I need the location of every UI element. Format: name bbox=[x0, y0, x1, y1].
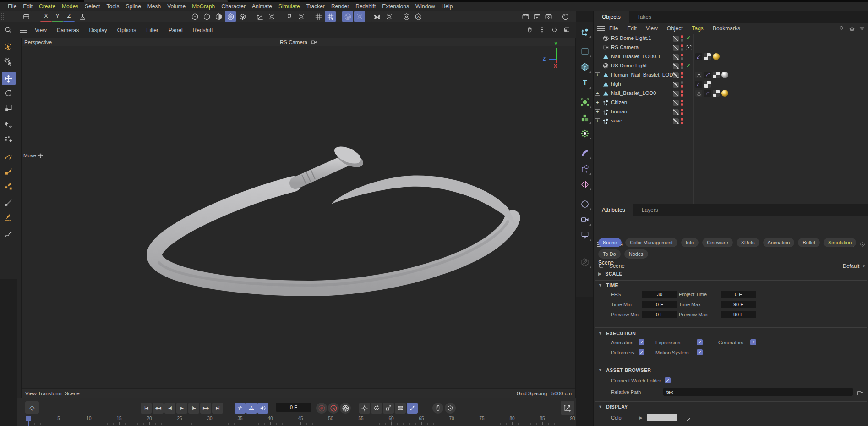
viewport-menu-item[interactable]: Panel bbox=[164, 27, 188, 33]
om-filter-icon[interactable] bbox=[859, 25, 865, 32]
visibility-editor-dot[interactable] bbox=[681, 35, 683, 38]
attribute-tab-chip[interactable]: To Do bbox=[598, 249, 621, 259]
animation-hud-button[interactable] bbox=[432, 403, 443, 414]
chevron-right-icon[interactable]: ▶ bbox=[639, 415, 643, 420]
visibility-render-dot[interactable] bbox=[681, 112, 683, 115]
visibility-render-dot[interactable] bbox=[681, 103, 683, 106]
edit-toggle-icon[interactable] bbox=[673, 36, 679, 42]
field-value[interactable]: 0 F bbox=[642, 301, 677, 308]
next-key-button[interactable]: ▶◆ bbox=[200, 403, 211, 414]
tab-objects[interactable]: Objects bbox=[594, 11, 629, 23]
record-scale-button[interactable] bbox=[383, 403, 394, 414]
object-row[interactable]: RS Dome Light.1 ✓ bbox=[594, 34, 868, 43]
edit-toggle-icon[interactable] bbox=[673, 63, 679, 69]
phong-tag-icon[interactable] bbox=[704, 72, 711, 78]
menu-item[interactable]: Tools bbox=[103, 3, 122, 10]
viewport-camera-label[interactable]: RS Camera bbox=[280, 39, 317, 45]
enabled-check-icon[interactable]: ✓ bbox=[686, 35, 691, 41]
axis-lock-button[interactable]: Z bbox=[63, 11, 75, 22]
section-scale[interactable]: ▶ SCALE bbox=[598, 271, 622, 277]
checkbox[interactable]: ✓ bbox=[639, 339, 644, 345]
menu-item[interactable]: Simulate bbox=[275, 3, 303, 10]
attr-focus-icon[interactable] bbox=[859, 241, 866, 248]
move-tool-button[interactable] bbox=[2, 72, 16, 85]
visibility-editor-dot[interactable] bbox=[681, 81, 683, 84]
object-name[interactable]: human bbox=[611, 109, 627, 114]
toolbar-grip[interactable] bbox=[1, 13, 5, 21]
sound-button[interactable] bbox=[257, 403, 268, 414]
viewport-menu-item[interactable]: Cameras bbox=[52, 27, 84, 33]
polygons-mode-button[interactable] bbox=[213, 11, 224, 22]
playback-rate-button[interactable] bbox=[445, 403, 456, 414]
coordinate-system-button[interactable] bbox=[254, 11, 265, 22]
visibility-render-dot[interactable] bbox=[681, 66, 683, 69]
attribute-tab-chip[interactable]: Simulation bbox=[824, 238, 856, 247]
viewport-canvas[interactable]: Perspective RS Camera Move Y Z X bbox=[21, 38, 576, 398]
maximize-view-icon[interactable] bbox=[562, 25, 571, 34]
modeling-symmetry-settings-button[interactable] bbox=[383, 11, 394, 22]
add-stage-button[interactable] bbox=[578, 228, 592, 242]
visibility-render-dot[interactable] bbox=[681, 122, 683, 124]
texture-mode-button[interactable] bbox=[237, 11, 248, 22]
add-text-button[interactable] bbox=[578, 76, 592, 89]
material-tag-gold-icon[interactable] bbox=[713, 53, 720, 60]
transfer-tool-button[interactable] bbox=[2, 118, 16, 132]
checkbox[interactable]: ✓ bbox=[639, 349, 644, 355]
edit-toggle-icon[interactable] bbox=[673, 118, 679, 124]
attribute-tab-chip[interactable]: Bullet bbox=[798, 238, 820, 247]
axis-lock-button[interactable]: X bbox=[40, 11, 52, 22]
add-camera-button[interactable] bbox=[578, 213, 592, 227]
spline-pen-button[interactable] bbox=[2, 149, 16, 163]
om-search-icon[interactable] bbox=[839, 25, 845, 32]
edges-mode-button[interactable] bbox=[201, 11, 212, 22]
section-display[interactable]: ▼ DISPLAY bbox=[598, 404, 628, 409]
eyedropper-icon[interactable] bbox=[684, 415, 690, 421]
pan-view-icon[interactable] bbox=[525, 25, 534, 34]
object-name[interactable]: Human_Nail_Braslet_LOD0 bbox=[611, 72, 676, 77]
record-parameter-button[interactable] bbox=[395, 403, 406, 414]
visibility-render-dot[interactable] bbox=[681, 48, 683, 51]
tab-takes[interactable]: Takes bbox=[629, 11, 660, 23]
object-name[interactable]: high bbox=[611, 81, 621, 87]
attribute-tab-chip[interactable]: Animation bbox=[763, 238, 795, 247]
phong-tag-icon[interactable] bbox=[704, 90, 711, 97]
keyframe-settings-button[interactable] bbox=[340, 403, 351, 414]
menu-item[interactable]: Window bbox=[412, 3, 438, 10]
add-array-button[interactable] bbox=[578, 111, 592, 125]
auto-mode-button[interactable] bbox=[413, 11, 424, 22]
edit-toggle-icon[interactable] bbox=[673, 54, 679, 60]
quantize-lock-button[interactable] bbox=[325, 11, 336, 22]
alembic-tag-icon[interactable] bbox=[695, 72, 702, 78]
om-menu-item[interactable]: Edit bbox=[622, 25, 641, 32]
object-name[interactable]: RS Camera bbox=[611, 44, 639, 50]
edit-toggle-icon[interactable] bbox=[673, 72, 679, 78]
attribute-tab-chip[interactable]: Color Management bbox=[625, 238, 677, 247]
object-name[interactable]: save bbox=[611, 118, 622, 123]
expand-icon[interactable]: + bbox=[595, 118, 600, 123]
current-frame-marker[interactable] bbox=[26, 416, 31, 421]
visibility-render-dot[interactable] bbox=[681, 76, 683, 78]
visibility-render-dot[interactable] bbox=[681, 94, 683, 97]
edit-toggle-icon[interactable] bbox=[673, 45, 679, 51]
object-name[interactable]: Nail_Braslet_LOD0.1 bbox=[611, 54, 661, 59]
add-mograph-button[interactable] bbox=[578, 127, 592, 140]
tab-layers[interactable]: Layers bbox=[633, 204, 666, 216]
menu-item[interactable]: Redshift bbox=[352, 3, 379, 10]
color-swatch[interactable] bbox=[647, 414, 677, 421]
menu-item[interactable]: Create bbox=[36, 3, 59, 10]
multi-move-tool-button[interactable] bbox=[2, 133, 16, 146]
visibility-render-dot[interactable] bbox=[681, 57, 683, 60]
edit-toggle-icon[interactable] bbox=[673, 91, 679, 97]
add-field-button[interactable] bbox=[578, 162, 592, 176]
field-value[interactable]: 30 bbox=[642, 291, 677, 298]
next-frame-button[interactable]: |▶ bbox=[188, 403, 199, 414]
quantize-button[interactable] bbox=[313, 11, 324, 22]
snap-button[interactable] bbox=[284, 11, 295, 22]
visibility-editor-dot[interactable] bbox=[681, 44, 683, 47]
record-keyframe-button[interactable] bbox=[316, 403, 327, 414]
menu-item[interactable]: MoGraph bbox=[189, 3, 218, 10]
tab-attributes[interactable]: Attributes bbox=[594, 204, 633, 216]
dolly-view-icon[interactable] bbox=[537, 25, 546, 34]
phong-tag-icon[interactable] bbox=[695, 53, 702, 60]
field-value[interactable]: 90 F bbox=[721, 301, 756, 308]
